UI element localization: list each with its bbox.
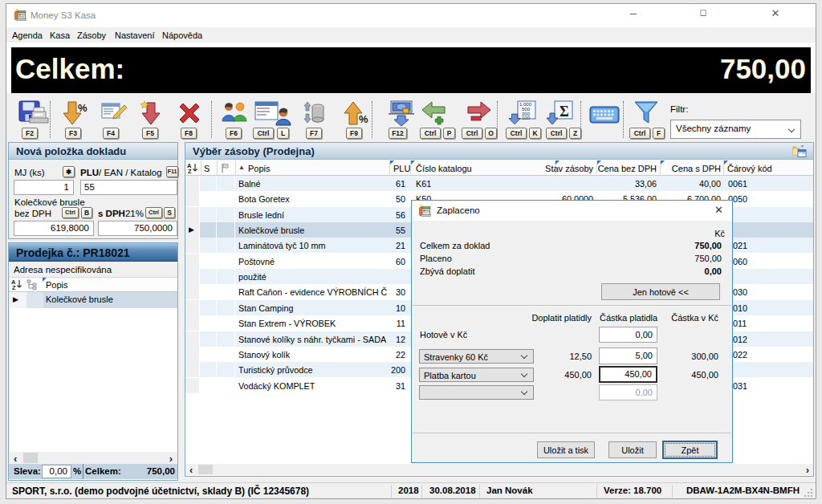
svg-text:100: 100 <box>522 116 531 120</box>
svg-text:%: % <box>78 102 87 114</box>
svg-text:Z: Z <box>12 284 16 291</box>
svg-text:%: % <box>359 113 368 125</box>
svg-text:Σ: Σ <box>560 104 569 120</box>
svg-text:Z: Z <box>188 168 192 174</box>
